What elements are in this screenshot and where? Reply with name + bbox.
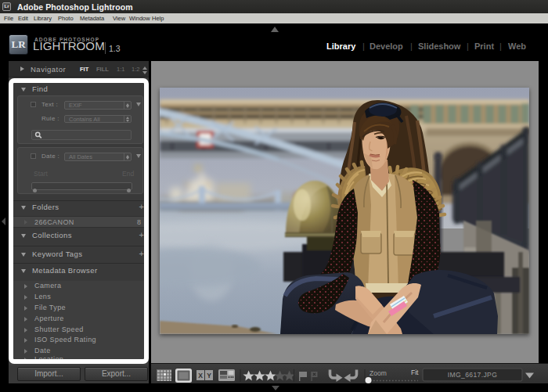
svg-text:X: X (198, 372, 203, 379)
svg-text:Fit: Fit (411, 369, 419, 376)
svg-text:Y: Y (207, 372, 211, 379)
svg-text:IMG_6617.JPG: IMG_6617.JPG (448, 371, 497, 379)
svg-text:Zoom: Zoom (370, 369, 387, 377)
